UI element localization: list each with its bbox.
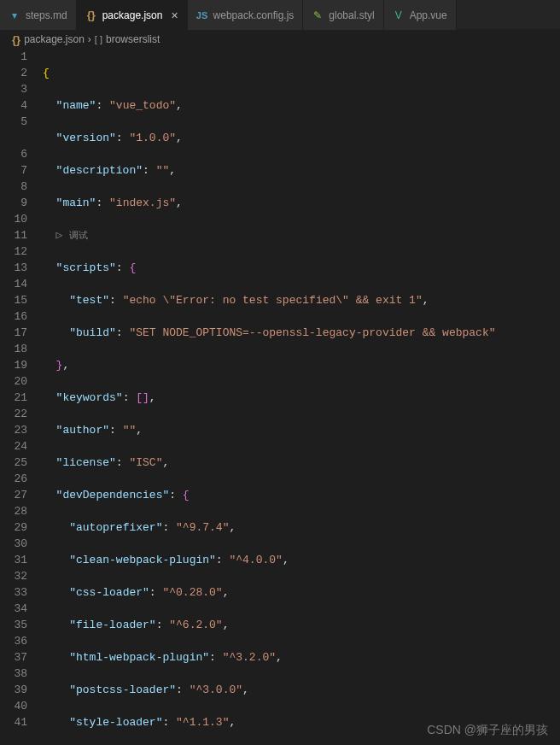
breadcrumb-path: browserslist (106, 33, 160, 45)
tab-global-styl[interactable]: ✎ global.styl (303, 0, 383, 30)
code-content[interactable]: { "name": "vue_todo", "version": "1.0.0"… (43, 49, 560, 745)
json-icon: {} (85, 9, 97, 21)
vue-icon: V (393, 9, 405, 21)
tab-label: App.vue (410, 9, 447, 21)
chevron-right-icon: › (88, 33, 91, 45)
breadcrumb[interactable]: {} package.json › [ ] browserslist (0, 30, 560, 49)
array-icon: [ ] (95, 34, 102, 44)
js-icon: JS (196, 9, 208, 21)
tab-bar: ▾ steps.md {} package.json × JS webpack.… (0, 0, 560, 30)
markdown-icon: ▾ (9, 9, 20, 21)
tab-label: global.styl (329, 9, 374, 21)
watermark: CSDN @狮子座的男孩 (427, 723, 548, 738)
tab-label: webpack.config.js (213, 9, 295, 21)
tab-app-vue[interactable]: V App.vue (384, 0, 457, 30)
tab-label: package.json (102, 9, 163, 21)
line-gutter: 1234567891011121314151617181920212223242… (0, 49, 43, 745)
tab-webpack-config[interactable]: JS webpack.config.js (188, 0, 304, 30)
code-editor[interactable]: 1234567891011121314151617181920212223242… (0, 49, 560, 745)
close-icon[interactable]: × (171, 9, 178, 22)
tab-package-json[interactable]: {} package.json × (77, 0, 188, 30)
tab-steps[interactable]: ▾ steps.md (0, 0, 77, 30)
debug-codelens[interactable]: 调试 (69, 231, 88, 241)
json-icon: {} (12, 33, 20, 46)
breadcrumb-file: package.json (24, 33, 85, 45)
stylus-icon: ✎ (312, 9, 324, 21)
tab-label: steps.md (26, 9, 67, 21)
